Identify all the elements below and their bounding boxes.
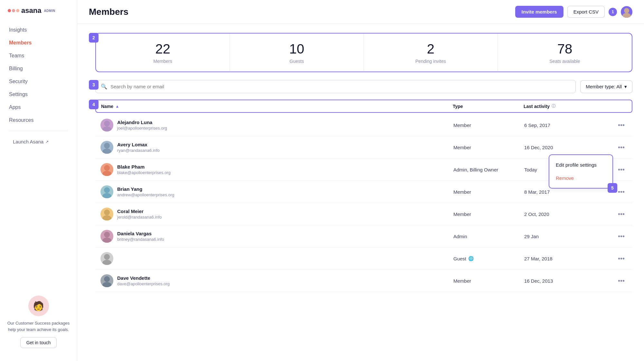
table-row: Alejandro Luna joel@apolloenterprises.or… xyxy=(95,114,632,136)
stat-members-number: 22 xyxy=(102,41,223,57)
table-row: Dave Vendette dave@apolloenterprises.org… xyxy=(95,270,632,292)
globe-icon: 🌐 xyxy=(468,256,474,261)
launch-asana-link[interactable]: Launch Asana ↗ xyxy=(4,136,73,148)
svg-point-11 xyxy=(102,215,111,220)
sidebar-item-settings[interactable]: Settings xyxy=(4,88,73,101)
sidebar-item-apps[interactable]: Apps xyxy=(4,101,73,113)
avatar xyxy=(100,274,113,287)
svg-point-6 xyxy=(104,165,110,171)
svg-point-7 xyxy=(102,171,111,176)
get-in-touch-button[interactable]: Get in touch xyxy=(20,337,57,348)
sidebar-item-teams[interactable]: Teams xyxy=(4,50,73,62)
search-container: 🔍 xyxy=(95,80,576,93)
member-activity: 2 Oct, 2020 xyxy=(524,211,608,217)
row-more-button[interactable]: ••• xyxy=(608,142,627,152)
table-header: Name ▲ Type Last activity ⓘ xyxy=(95,100,632,113)
member-type: Member xyxy=(453,211,524,217)
stat-members: 22 Members xyxy=(96,34,230,72)
member-name: Dave Vendette xyxy=(117,275,170,281)
member-email: britney@randasana6.info xyxy=(117,237,164,242)
member-type: Admin, Billing Owner xyxy=(453,167,524,172)
member-type: Member xyxy=(453,189,524,195)
member-info: Brian Yang andrew@apolloenterprises.org xyxy=(100,185,453,198)
export-csv-button[interactable]: Export CSV xyxy=(567,6,605,18)
member-name: Blake Pham xyxy=(117,164,171,170)
member-email: joel@apolloenterprises.org xyxy=(117,126,167,131)
sidebar-item-billing[interactable]: Billing xyxy=(4,63,73,75)
column-actions xyxy=(607,103,627,109)
sidebar-item-insights[interactable]: Insights xyxy=(4,24,73,36)
table-row: Guest 🌐 27 Mar, 2018 ••• xyxy=(95,248,632,270)
member-activity: 16 Dec, 2013 xyxy=(524,278,608,284)
avatar xyxy=(100,230,113,243)
row-more-button[interactable]: ••• xyxy=(608,254,627,264)
sidebar-item-security[interactable]: Security xyxy=(4,75,73,88)
stat-pending-label: Pending invites xyxy=(370,59,491,64)
member-name: Alejandro Luna xyxy=(117,120,167,125)
dot-coral xyxy=(16,9,19,12)
member-name: Avery Lomax xyxy=(117,142,160,147)
stat-guests-label: Guests xyxy=(236,59,357,64)
member-info: Alejandro Luna joel@apolloenterprises.or… xyxy=(100,119,453,132)
notification-badge[interactable]: 1 xyxy=(609,8,617,16)
svg-point-16 xyxy=(104,276,110,282)
chevron-down-icon: ▾ xyxy=(624,84,627,90)
stats-section: 2 22 Members 10 Guests 2 Pending invites… xyxy=(95,33,632,72)
asana-dots xyxy=(8,9,19,12)
svg-point-13 xyxy=(102,238,111,243)
member-email: jerold@randasana6.info xyxy=(117,215,162,220)
stat-seats: 78 Seats available xyxy=(498,34,632,72)
search-input[interactable] xyxy=(110,84,570,89)
column-name[interactable]: Name ▲ xyxy=(101,103,453,109)
page-title: Members xyxy=(89,7,128,17)
step-badge-2: 2 xyxy=(89,33,99,43)
row-more-button[interactable]: ••• xyxy=(608,120,627,130)
search-row: 🔍 Member type: All ▾ xyxy=(95,80,632,93)
page-header: Members Invite members Export CSV 1 xyxy=(77,0,644,24)
column-type: Type xyxy=(453,103,524,109)
member-name: Coral Meier xyxy=(117,209,162,214)
svg-point-15 xyxy=(102,260,111,265)
row-more-button[interactable]: ••• xyxy=(608,231,627,241)
svg-point-10 xyxy=(104,210,110,215)
logo-area: asana ADMIN xyxy=(0,6,77,24)
context-menu: Edit profile settings Remove 5 xyxy=(549,154,613,189)
member-email: ryan@randasana6.info xyxy=(117,148,160,153)
invite-members-button[interactable]: Invite members xyxy=(515,6,564,18)
avatar xyxy=(100,163,113,176)
member-type: Admin xyxy=(453,234,524,239)
row-more-button[interactable]: ••• xyxy=(608,276,627,286)
member-type: Guest 🌐 xyxy=(453,256,524,261)
member-email: andrew@apolloenterprises.org xyxy=(117,192,174,197)
member-activity: 6 Sep, 2017 xyxy=(524,122,608,128)
stat-members-label: Members xyxy=(102,59,223,64)
sort-asc-icon: ▲ xyxy=(115,104,119,109)
user-avatar[interactable] xyxy=(621,6,632,18)
nav-divider xyxy=(9,131,68,131)
svg-point-8 xyxy=(104,187,110,193)
member-email: dave@apolloenterprises.org xyxy=(117,281,170,286)
step-badge-3: 3 xyxy=(89,80,99,90)
member-email: blake@apolloenterprises.org xyxy=(117,170,171,175)
asana-logo: asana ADMIN xyxy=(8,6,55,15)
member-activity: 29 Jan xyxy=(524,234,608,239)
edit-profile-settings-item[interactable]: Edit profile settings xyxy=(549,158,612,171)
remove-member-item[interactable]: Remove xyxy=(549,171,612,185)
svg-point-12 xyxy=(104,232,110,238)
member-type-filter[interactable]: Member type: All ▾ xyxy=(580,80,632,93)
member-type: Member xyxy=(453,122,524,128)
avatar xyxy=(100,208,113,220)
sidebar-nav: Insights Members Teams Billing Security … xyxy=(0,24,77,289)
svg-point-0 xyxy=(624,8,629,13)
sidebar-item-members[interactable]: Members xyxy=(4,37,73,49)
sidebar-item-resources[interactable]: Resources xyxy=(4,114,73,126)
svg-point-3 xyxy=(102,126,111,132)
members-table: 4 Name ▲ Type Last activity ⓘ xyxy=(95,100,632,292)
stat-guests: 10 Guests xyxy=(230,34,364,72)
svg-point-17 xyxy=(102,282,111,287)
step-badge-5: 5 xyxy=(608,183,617,193)
filter-label: Member type: All xyxy=(586,84,622,89)
admin-badge: ADMIN xyxy=(44,9,55,13)
row-more-button[interactable]: ••• xyxy=(608,209,627,219)
member-activity: 16 Dec, 2020 xyxy=(524,145,608,150)
